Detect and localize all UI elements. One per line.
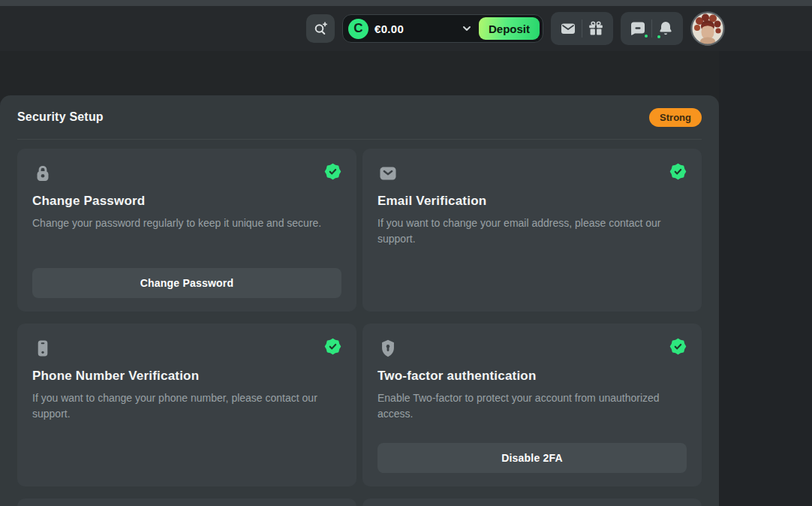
lock-icon (32, 163, 53, 184)
verified-badge-icon (324, 163, 341, 180)
coin-icon: C (348, 19, 368, 39)
card-phone-verification: Phone Number Verification If you want to… (17, 324, 356, 486)
mail-icon (559, 20, 577, 38)
card-title: Email Verification (377, 194, 687, 209)
card-change-password: Change Password Change your password reg… (17, 149, 356, 312)
panel-header: Security Setup Strong (17, 95, 702, 140)
deposit-button[interactable]: Deposit (479, 17, 540, 40)
top-navbar: C €0.00 Deposit (0, 6, 812, 51)
disable-2fa-button[interactable]: Disable 2FA (377, 443, 687, 473)
change-password-button[interactable]: Change Password (32, 268, 341, 298)
mail-gift-group (551, 12, 613, 45)
chat-bell-group (621, 12, 683, 45)
shield-keyhole-icon (377, 338, 398, 359)
card-two-factor: Two-factor authentication Enable Two-fac… (362, 324, 702, 486)
envelope-icon (377, 163, 398, 184)
verified-badge-icon (669, 338, 687, 355)
verified-badge-icon (324, 338, 341, 355)
card-description: Enable Two-factor to protect your accoun… (377, 390, 687, 423)
bell-button[interactable] (652, 15, 679, 42)
password-strength-badge: Strong (649, 108, 702, 127)
bell-status-dot (656, 34, 662, 40)
balance-amount: €0.00 (374, 23, 404, 35)
card-description: Change your password regularly to keep i… (32, 215, 341, 231)
chat-button[interactable] (624, 15, 651, 42)
gift-button[interactable] (582, 15, 609, 42)
card-email-verification: Email Verification If you want to change… (362, 149, 702, 312)
card-title: Phone Number Verification (32, 369, 341, 384)
page-title: Security Setup (17, 110, 104, 124)
verified-badge-icon (669, 163, 687, 180)
chat-status-dot (643, 33, 649, 39)
chevron-down-icon (461, 23, 473, 35)
avatar[interactable] (690, 11, 725, 46)
card-partial-right (362, 498, 702, 506)
mail-button[interactable] (555, 15, 582, 42)
avatar-image (690, 11, 725, 46)
page-gutter (719, 51, 812, 506)
security-cards-grid: Change Password Change your password reg… (17, 149, 702, 506)
search-button[interactable] (306, 14, 335, 43)
security-setup-panel: Security Setup Strong (0, 95, 719, 506)
card-description: If you want to change your phone number,… (32, 390, 341, 423)
card-title: Change Password (32, 194, 341, 209)
gift-icon (587, 20, 605, 38)
card-title: Two-factor authentication (377, 369, 687, 384)
phone-icon (32, 338, 53, 359)
balance-selector[interactable]: C €0.00 Deposit (342, 14, 543, 43)
card-description: If you want to change your email address… (377, 215, 687, 248)
search-icon (311, 20, 329, 38)
top-edge-strip (0, 0, 812, 6)
page-content: Security Setup Strong (0, 51, 812, 506)
card-partial-left (17, 498, 356, 506)
